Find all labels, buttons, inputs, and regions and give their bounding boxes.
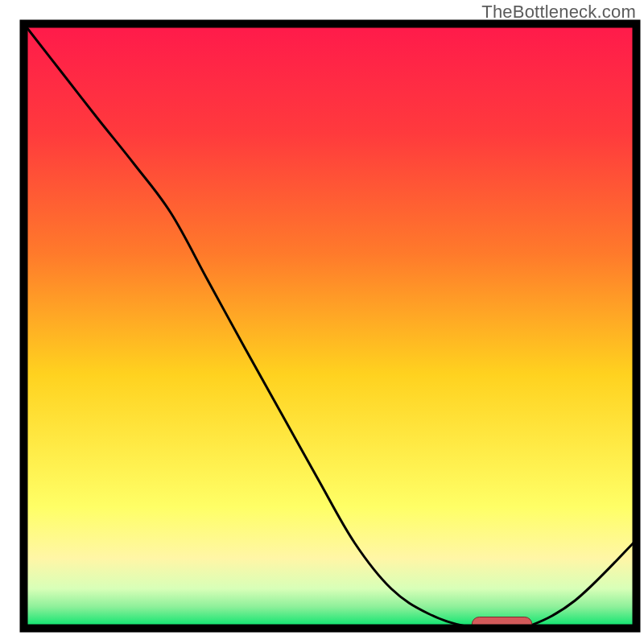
gradient-background: [24, 24, 636, 628]
chart-svg: [0, 0, 644, 644]
attribution-label: TheBottleneck.com: [481, 2, 636, 23]
bottleneck-chart: [0, 0, 644, 644]
